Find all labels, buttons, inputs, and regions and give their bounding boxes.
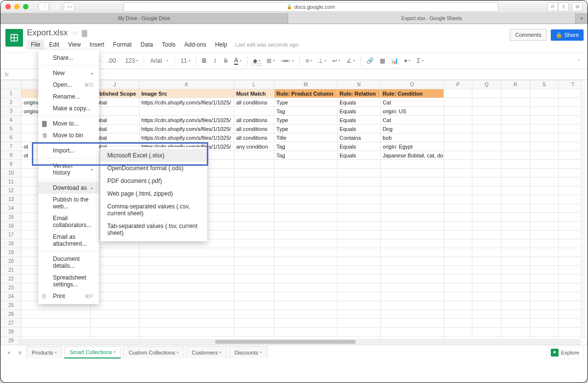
download-html[interactable]: Web page (.html, zipped) [100,187,207,200]
menu-download-as[interactable]: Download as▸ [38,182,99,194]
star-icon[interactable]: ☆ [72,29,78,37]
menu-edit[interactable]: Edit [45,40,63,50]
file-menu-dropdown: Share... New▸ Open...⌘O Rename... Make a… [38,50,99,304]
download-xlsx[interactable]: Microsoft Excel (.xlsx) [100,149,207,162]
all-sheets-button[interactable]: ≡ [15,348,24,357]
sheet-tabs-bar: + ≡ Products▾Smart Collections▾Custom Co… [0,345,588,359]
halign-button[interactable]: ≡▾ [303,55,315,66]
download-as-submenu: Microsoft Excel (.xlsx) OpenDocument for… [100,147,207,241]
download-ods[interactable]: OpenDocument format (.ods) [100,162,207,175]
sheets-logo-icon[interactable] [5,29,23,47]
fx-icon: fx [4,71,16,78]
functions-button[interactable]: Σ▾ [414,55,426,66]
strikethrough-button[interactable]: S [221,55,231,66]
lock-share-icon: 🔒 [556,32,563,38]
table-row[interactable]: 26 [1,310,588,319]
download-tsv[interactable]: Tab-separated values (.tsv, current shee… [100,220,207,239]
sheet-tab-products[interactable]: Products▾ [26,346,62,358]
vertical-scrollbar[interactable] [581,80,588,339]
menu-document-details[interactable]: Document details... [38,253,99,272]
sheets-header: Export.xlsx ☆ ▇ File Edit View Insert Fo… [0,24,588,52]
menu-share[interactable]: Share... [38,52,99,64]
chart-button[interactable]: 📊 [389,55,401,66]
sheet-tab-custom-collections[interactable]: Custom Collections▾ [123,346,184,358]
italic-button[interactable]: I [210,55,220,67]
increase-decimal-button[interactable]: .00→ [105,55,122,66]
wrap-button[interactable]: ↩▾ [330,55,343,66]
download-csv[interactable]: Comma-separated values (.csv, current sh… [100,200,207,220]
formula-input[interactable] [16,71,584,78]
menu-open[interactable]: Open...⌘O [38,79,99,91]
comments-button[interactable]: Comments [510,29,546,41]
valign-button[interactable]: ⊥▾ [316,55,329,66]
last-edit-text: Last edit was seconds ago [235,42,299,48]
menu-insert[interactable]: Insert [86,40,108,50]
browser-tab-strip: My Drive - Google Drive Export.xlsx - Go… [0,13,588,24]
rotate-button[interactable]: ∠▾ [344,55,358,66]
menu-format[interactable]: Format [109,40,136,50]
share-button[interactable]: 🔒 Share [551,29,584,41]
menu-help[interactable]: Help [211,40,231,50]
menu-move-to-bin[interactable]: 🗑Move to bin [38,129,99,141]
new-tab-button[interactable]: + [576,13,588,24]
url-text: docs.google.com [294,4,335,10]
explore-icon: ✦ [551,349,559,357]
sidebar-button[interactable]: ▭ [64,2,74,11]
borders-button[interactable]: ⊞▾ [264,55,277,66]
download-pdf[interactable]: PDF document (.pdf) [100,175,207,187]
menu-rename[interactable]: Rename... [38,91,99,102]
menu-tools[interactable]: Tools [158,40,179,50]
tabs-button[interactable]: ⧉ [572,2,583,11]
folder-icon: ▇ [42,120,47,127]
menu-bar: File Edit View Insert Format Data Tools … [27,39,510,52]
add-sheet-button[interactable]: + [4,348,13,357]
menu-print[interactable]: ⎙Print⌘P [38,290,99,302]
share-browser-button[interactable]: ⇪ [558,2,569,11]
sheet-tab-smart-collections[interactable]: Smart Collections▾ [64,346,121,358]
horizontal-scrollbar[interactable] [18,339,581,345]
menu-move-to[interactable]: ▇Move to... [38,118,99,129]
window-close-button[interactable] [5,4,11,9]
menu-import[interactable]: Import... [38,145,99,156]
address-bar[interactable]: 🔒 docs.google.com [123,2,498,12]
lock-icon: 🔒 [287,4,292,9]
forward-button[interactable]: 〉 [50,2,61,11]
filter-button[interactable]: ▾▾ [402,55,413,66]
browser-tab-drive[interactable]: My Drive - Google Drive [0,13,288,24]
menu-data[interactable]: Data [137,40,157,50]
collapse-toolbar-button[interactable]: ⌃ [574,56,584,66]
browser-toolbar: 〈 〉 ▭ 🔒 docs.google.com ⟳ ⇪ ⧉ [0,0,588,13]
menu-make-copy[interactable]: Make a copy... [38,102,99,114]
menu-file[interactable]: File [27,40,44,50]
link-button[interactable]: 🔗 [364,55,376,66]
browser-tab-sheets[interactable]: Export.xlsx - Google Sheets [288,13,576,24]
reload-button[interactable]: ⟳ [547,2,558,11]
window-maximize-button[interactable] [23,4,28,9]
text-color-button[interactable]: A▾ [232,55,245,67]
merge-button[interactable]: ⇥⇤▾ [278,55,296,66]
menu-version-history[interactable]: Version history▸ [38,160,99,179]
table-row[interactable]: 27 [1,319,588,328]
trash-icon: 🗑 [42,132,48,139]
menu-publish[interactable]: Publish to the web... [38,194,99,212]
fill-color-button[interactable]: ◆▾ [250,55,263,66]
window-minimize-button[interactable] [14,4,20,9]
menu-view[interactable]: View [64,40,85,50]
font-family-select[interactable]: Arial▾ [147,57,172,64]
font-size-select[interactable]: 11▾ [178,55,193,66]
explore-button[interactable]: ✦ Explore [546,346,584,359]
number-format-button[interactable]: 123▾ [122,55,141,66]
menu-email-attachment[interactable]: Email as attachment... [38,231,99,250]
back-button[interactable]: 〈 [38,2,49,11]
menu-spreadsheet-settings[interactable]: Spreadsheet settings... [38,272,99,290]
menu-email-collaborators[interactable]: Email collaborators... [38,212,99,231]
document-title[interactable]: Export.xlsx [27,28,68,38]
move-folder-icon[interactable]: ▇ [82,29,87,37]
menu-new[interactable]: New▸ [38,67,99,79]
menu-addons[interactable]: Add-ons [180,40,210,50]
bold-button[interactable]: B [199,55,209,66]
sheet-tab-customers[interactable]: Customers▾ [186,346,227,358]
table-row[interactable]: 28 [1,328,588,336]
comment-button[interactable]: ▦ [377,55,388,66]
sheet-tab-discounts[interactable]: Discounts▾ [229,346,267,358]
